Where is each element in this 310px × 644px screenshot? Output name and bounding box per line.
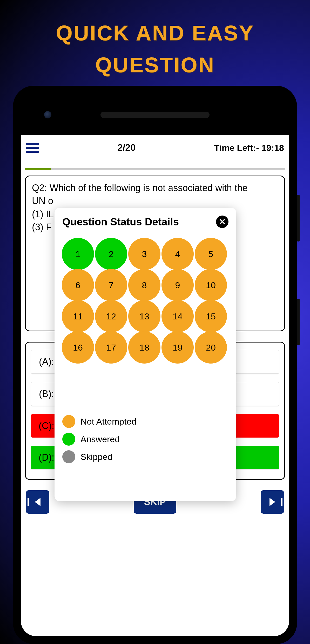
question-circle[interactable]: 13 (128, 300, 160, 332)
menu-icon[interactable] (26, 143, 39, 153)
question-circle[interactable]: 8 (128, 269, 160, 301)
modal-header: Question Status Details ✕ (62, 216, 228, 228)
question-circle[interactable]: 16 (62, 331, 94, 364)
question-circle[interactable]: 7 (95, 269, 127, 301)
close-icon: ✕ (219, 217, 226, 227)
speaker-icon (100, 112, 210, 118)
question-circle[interactable]: 4 (161, 238, 194, 270)
question-circle[interactable]: 18 (128, 331, 160, 364)
question-circle[interactable]: 14 (161, 300, 194, 332)
next-icon (269, 498, 275, 506)
phone-side-button (297, 299, 300, 345)
modal-title: Question Status Details (62, 216, 179, 228)
question-circle[interactable]: 9 (161, 269, 194, 301)
legend-skipped: Skipped (62, 450, 228, 463)
promo-line-1: QUICK AND EASY QUESTION (0, 17, 310, 81)
app-screen: 2/20 Time Left:- 19:18 Q2: Which of the … (21, 135, 289, 636)
legend-dot-icon (62, 433, 75, 446)
question-circle[interactable]: 19 (161, 331, 194, 364)
question-circle[interactable]: 11 (62, 300, 94, 332)
question-circle[interactable]: 10 (195, 269, 227, 301)
question-circle[interactable]: 6 (62, 269, 94, 301)
camera-icon (44, 111, 51, 118)
question-circle[interactable]: 3 (128, 238, 160, 270)
legend-dot-icon (62, 450, 75, 463)
phone-side-button (297, 195, 300, 242)
question-circle[interactable]: 5 (195, 238, 227, 270)
progress-fill (25, 168, 51, 170)
progress-bar (25, 168, 285, 170)
close-button[interactable]: ✕ (216, 216, 228, 228)
legend: Not Attempted Answered Skipped (62, 415, 228, 463)
prev-button[interactable] (26, 490, 49, 514)
question-counter: 2/20 (117, 142, 136, 153)
prev-icon (35, 498, 41, 506)
legend-not-attempted: Not Attempted (62, 415, 228, 428)
next-button[interactable] (261, 490, 284, 514)
question-circle[interactable]: 15 (195, 300, 227, 332)
question-circle[interactable]: 1 (62, 238, 94, 270)
question-circle[interactable]: 20 (195, 331, 227, 364)
legend-answered: Answered (62, 433, 228, 446)
legend-dot-icon (62, 415, 75, 428)
phone-inner: 2/20 Time Left:- 19:18 Q2: Which of the … (21, 93, 289, 636)
question-circle[interactable]: 17 (95, 331, 127, 364)
question-status-modal: Question Status Details ✕ 12345678910111… (55, 208, 236, 501)
time-left: Time Left:- 19:18 (214, 143, 284, 153)
phone-frame: 2/20 Time Left:- 19:18 Q2: Which of the … (13, 86, 297, 644)
question-circle[interactable]: 2 (95, 238, 127, 270)
top-bar: 2/20 Time Left:- 19:18 (21, 135, 289, 160)
question-circle[interactable]: 12 (95, 300, 127, 332)
question-grid: 1234567891011121314151617181920 (62, 238, 228, 363)
